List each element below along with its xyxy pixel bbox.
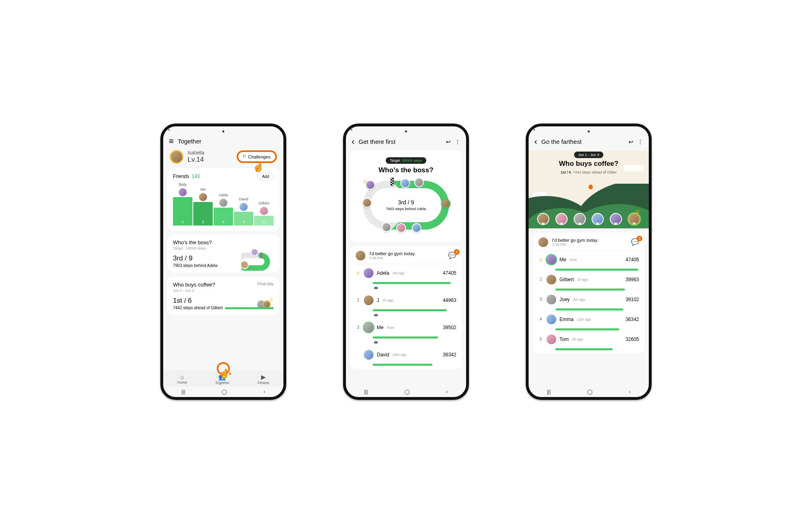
- rank-row[interactable]: 2 Gilbert 1h ago 39963: [538, 271, 640, 289]
- rank-row[interactable]: ♕ Adela 4m ago 47405: [355, 264, 457, 282]
- challenge-coffee-card[interactable]: Final day Who buys coffee? Jun 1 - Jun 3…: [167, 277, 279, 315]
- recent-icon[interactable]: |||: [547, 389, 551, 395]
- rank-index: 5: [538, 337, 543, 341]
- share-icon[interactable]: [446, 138, 451, 145]
- rank-row[interactable]: ♕ Me Now 47405: [538, 251, 640, 269]
- messages-icon[interactable]: 💬3: [631, 238, 639, 246]
- message-text: I'd better go gym today.: [552, 238, 627, 243]
- rank-ago: Now: [570, 258, 577, 262]
- rank-name: Adela: [377, 270, 389, 276]
- scenery: Jun 1 - Jun 3 Who buys coffee? 1st / 6 7…: [529, 150, 649, 228]
- message-time: 2:45 PM: [369, 256, 444, 260]
- menu-icon[interactable]: [169, 137, 174, 146]
- rank-ago: Now: [387, 326, 394, 330]
- system-nav: ||| ◯ ‹: [529, 386, 649, 397]
- nav-label: Together: [215, 381, 229, 385]
- rank-bar: [373, 282, 451, 284]
- rank-row[interactable]: 5 Tom 2h ago 32605: [538, 330, 640, 348]
- messages-icon[interactable]: 💬3: [448, 252, 456, 259]
- final-day-label: Final day: [257, 282, 274, 286]
- rank-value: 39963: [626, 277, 639, 282]
- pin-avatar: [574, 213, 586, 225]
- rank-row[interactable]: 3 Me Now 39502: [355, 319, 457, 336]
- avatar-icon: [546, 295, 556, 304]
- rank-row[interactable]: 4 Emma 12m ago 36342: [538, 310, 640, 328]
- back-button-icon[interactable]: ‹: [629, 389, 631, 395]
- add-friend-button[interactable]: Add: [257, 173, 274, 180]
- friends-card[interactable]: Friends 143 Add Baily 1Me 2Adela 3David …: [167, 168, 279, 230]
- pin-avatar: [537, 213, 549, 225]
- wifi-icon: [167, 127, 171, 131]
- back-icon[interactable]: [534, 137, 537, 147]
- rank-row[interactable]: 3 Joey 4m ago 39102: [538, 291, 640, 308]
- svg-point-0: [241, 261, 248, 269]
- avatar-icon: [356, 251, 365, 260]
- checker-icon: [374, 341, 378, 343]
- challenges-button[interactable]: Challenges: [237, 150, 277, 163]
- friend-bar[interactable]: Gilbert 5: [254, 201, 274, 226]
- avatar-icon: [364, 350, 374, 360]
- race-track: ♕ 3rd / 9 7903 steps behind Adela: [361, 177, 451, 234]
- more-icon[interactable]: [637, 138, 643, 145]
- back-icon[interactable]: [352, 137, 354, 147]
- share-icon[interactable]: [628, 138, 633, 145]
- phone-together: Together Isabella Lv.14 Challenges Frien…: [160, 124, 286, 400]
- rank-name: Emma: [559, 317, 574, 322]
- challenges-label: Challenges: [248, 154, 270, 159]
- rank-ago: 12m ago: [577, 317, 591, 321]
- rank-value: 44963: [443, 297, 456, 303]
- back-button-icon[interactable]: ‹: [263, 389, 265, 395]
- friend-bar[interactable]: David 4: [234, 197, 253, 226]
- avatar-icon: [260, 207, 268, 215]
- home-button-icon[interactable]: ◯: [222, 389, 227, 395]
- friend-bar[interactable]: Adela 3: [214, 193, 233, 226]
- home-button-icon[interactable]: ◯: [587, 389, 592, 395]
- message-row[interactable]: I'd better go gym today. 2:45 PM 💬3: [538, 234, 640, 251]
- rank-row[interactable]: David 22m ago 36342: [355, 346, 457, 364]
- bar-rank: 4: [234, 212, 253, 226]
- rank-ago: 4m ago: [393, 271, 405, 275]
- notification-dot: [229, 373, 231, 375]
- home-button-icon[interactable]: ◯: [404, 389, 410, 395]
- recent-icon[interactable]: |||: [364, 389, 368, 395]
- sub-behind: 7442 steps ahead df Gilber: [573, 170, 617, 174]
- rank-name: J: [377, 297, 379, 303]
- challenge-title: Who's the boss?: [173, 239, 274, 245]
- rank-value: 39502: [443, 325, 456, 330]
- avatar-icon: [364, 295, 374, 305]
- nav-label: Fitness: [257, 381, 269, 385]
- profile-level: Lv.14: [188, 156, 233, 164]
- pin-avatar: [555, 213, 568, 225]
- rank-bar: [373, 309, 447, 311]
- more-icon[interactable]: [455, 138, 460, 145]
- rank-index: 4: [538, 317, 543, 321]
- avatar-icon: [219, 199, 227, 207]
- rank-index: 3: [356, 325, 361, 330]
- rank-bar: [555, 348, 613, 350]
- avatar-icon: [179, 188, 187, 196]
- nav-together[interactable]: 👥 Together: [215, 373, 229, 385]
- message-row[interactable]: I'd better go gym today. 2:45 PM 💬3: [355, 247, 457, 264]
- challenge-boss-card[interactable]: Who's the boss? Target : 50000 steps 3rd…: [167, 234, 279, 273]
- rank-row[interactable]: 2 J 1h ago 44963: [355, 291, 457, 309]
- profile-block[interactable]: Isabella Lv.14 Challenges: [167, 149, 279, 168]
- nav-fitness[interactable]: ▶ Fitness: [257, 373, 269, 385]
- friend-bar[interactable]: Baily 1: [173, 182, 192, 226]
- recent-icon[interactable]: |||: [181, 389, 185, 395]
- rank-name: Me: [559, 257, 566, 263]
- back-button-icon[interactable]: ‹: [446, 389, 448, 395]
- status-bar: [163, 126, 283, 134]
- pin-avatar-me: ♕: [628, 213, 640, 225]
- nav-home[interactable]: ⌂ Home: [177, 373, 187, 385]
- profile-name: Isabella: [188, 150, 233, 156]
- rank-ago: 1h ago: [382, 298, 394, 302]
- rank-ago: 2h ago: [572, 337, 583, 341]
- friend-bar[interactable]: Me 2: [193, 187, 213, 226]
- checker-icon: [374, 314, 378, 316]
- leaderboard-card: I'd better go gym today. 2:45 PM 💬3 ♕ Ad…: [350, 246, 462, 369]
- friend-name: Baily: [179, 182, 187, 187]
- avatar-icon: [546, 334, 556, 344]
- rank-name: Gilbert: [559, 277, 574, 282]
- svg-rect-3: [260, 252, 263, 258]
- checker-icon: [374, 287, 378, 289]
